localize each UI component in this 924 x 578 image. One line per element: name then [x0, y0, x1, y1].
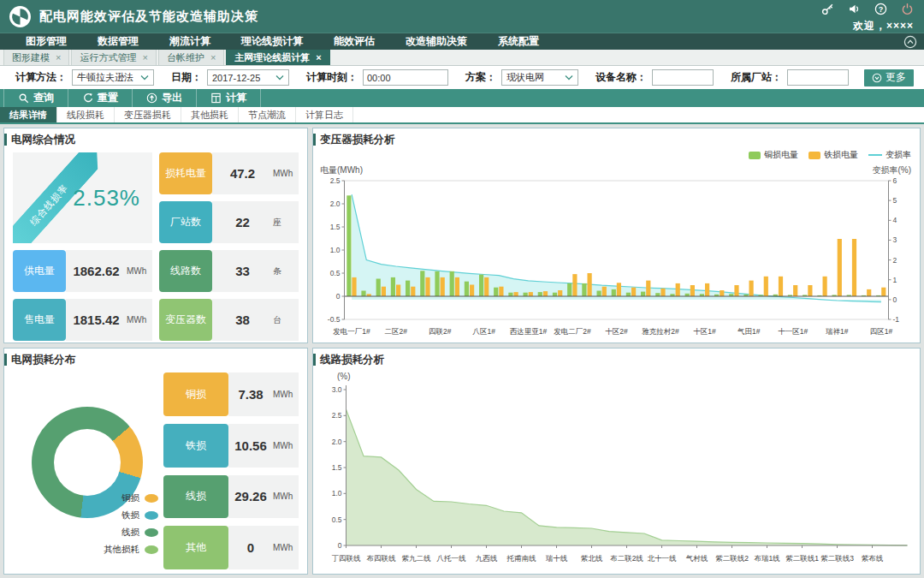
svg-text:紫二联线2: 紫二联线2: [715, 554, 749, 563]
chevron-down-icon: [275, 74, 284, 80]
svg-text:1.5: 1.5: [330, 223, 341, 231]
svg-text:北十一线: 北十一线: [648, 554, 678, 563]
svg-text:0: 0: [336, 292, 341, 301]
subtab-result-detail[interactable]: 结果详情: [0, 107, 57, 122]
app-logo: [9, 5, 32, 28]
y-axis-left-caption: 电量(MWh): [320, 164, 363, 176]
subtab-other-loss[interactable]: 其他损耗: [181, 107, 239, 122]
query-button[interactable]: 查询: [3, 89, 68, 107]
calculate-button[interactable]: 计算: [196, 89, 261, 107]
subtab-node-powerflow[interactable]: 节点潮流: [239, 107, 296, 122]
y-axis-caption: (%): [337, 372, 351, 381]
tab-main-grid-lineloss[interactable]: 主网理论线损计算×: [226, 49, 329, 65]
scheme-select[interactable]: 现状电网: [501, 69, 578, 86]
svg-text:布四联线: 布四联线: [367, 554, 397, 563]
svg-text:1.0: 1.0: [332, 489, 342, 498]
title-accent: [313, 134, 316, 146]
line-loss-chart: 00.51.01.52.02.53.0丁四联线布四联线紫九二线八托一线九西线托甫…: [313, 381, 920, 566]
circle-chevron-down-icon: [872, 73, 882, 83]
svg-text:2.0: 2.0: [330, 200, 341, 208]
menu-item-retrofit[interactable]: 改造辅助决策: [406, 34, 467, 49]
svg-text:紫二联线1: 紫二联线1: [785, 554, 819, 563]
close-icon[interactable]: ×: [56, 53, 61, 63]
scheme-label: 方案：: [465, 70, 496, 85]
svg-text:二区2#: 二区2#: [384, 327, 407, 336]
menu-item-data[interactable]: 数据管理: [98, 34, 139, 49]
svg-text:紫布线: 紫布线: [862, 554, 884, 563]
svg-text:八托一线: 八托一线: [436, 554, 467, 563]
tab-graphic-modeling[interactable]: 图形建模×: [3, 49, 69, 65]
legend-iron[interactable]: 铁损: [104, 509, 158, 521]
metric-card-lines: 线路数 33条: [159, 250, 299, 292]
svg-text:瑞祥1#: 瑞祥1#: [826, 327, 849, 336]
menu-item-graphics[interactable]: 图形管理: [26, 34, 67, 49]
metric-card-copper-loss: 铜损 7.38MWh: [163, 372, 299, 416]
close-icon[interactable]: ×: [316, 53, 321, 63]
legend-line[interactable]: 线损: [104, 527, 158, 539]
calc-time-input[interactable]: [363, 69, 448, 86]
calculator-icon: [210, 92, 222, 104]
reset-button[interactable]: 重置: [68, 89, 132, 107]
menu-item-lineloss[interactable]: 理论线损计算: [241, 34, 303, 49]
svg-text:6: 6: [893, 176, 897, 185]
metric-card-sale: 售电量 1815.42MWh: [13, 299, 152, 341]
close-icon[interactable]: ×: [210, 53, 216, 63]
svg-text:西达里亚1#: 西达里亚1#: [510, 327, 548, 336]
help-icon[interactable]: ?: [874, 3, 887, 15]
title-accent: [4, 134, 7, 146]
svg-text:0.5: 0.5: [330, 269, 341, 277]
legend-copper[interactable]: 铜损: [104, 492, 158, 504]
more-button[interactable]: 更多: [864, 69, 914, 86]
legend-copper-loss[interactable]: 铜损电量: [749, 149, 798, 161]
panel-title: 线路损耗分析: [320, 353, 384, 367]
panel-grid-overview: 电网综合情况 综合线损率 2.53% 供电量 1862.62MWh 售电量 18…: [3, 128, 308, 343]
power-icon[interactable]: [901, 3, 914, 15]
overall-lossrate-card: 综合线损率 2.53%: [13, 152, 152, 243]
svg-text:十区2#: 十区2#: [605, 327, 628, 336]
svg-text:2.5: 2.5: [330, 176, 341, 185]
tab-ledger-maintenance[interactable]: 台帐维护×: [158, 49, 224, 65]
dashboard-content: 电网综合情况 综合线损率 2.53% 供电量 1862.62MWh 售电量 18…: [0, 124, 924, 578]
export-button[interactable]: 导出: [132, 89, 196, 107]
donut-hole: [54, 429, 121, 496]
subtab-transformer-loss[interactable]: 变压器损耗: [115, 107, 181, 122]
panel-loss-distribution: 电网损耗分布 铜损 铁损 线损 其他损耗 铜损 7.38MWh: [3, 348, 308, 575]
refresh-icon: [82, 92, 93, 104]
main-menubar: 图形管理 数据管理 潮流计算 理论线损计算 能效评估 改造辅助决策 系统配置: [0, 33, 924, 50]
collapse-up-icon[interactable]: [903, 35, 917, 49]
svg-text:0.5: 0.5: [332, 515, 342, 524]
overall-lossrate-value: 2.53%: [73, 185, 140, 212]
metric-card-iron-loss: 铁损 10.56MWh: [163, 424, 299, 468]
circle-arrow-up-icon: [146, 92, 157, 104]
legend-other[interactable]: 其他损耗: [104, 544, 158, 556]
speaker-icon[interactable]: [848, 3, 861, 15]
filter-bar: 计算方法： 牛顿拉夫逊法 日期： 2017-12-25 计算时刻： 方案： 现状…: [0, 66, 924, 89]
date-label: 日期：: [171, 70, 202, 85]
svg-text:气田1#: 气田1#: [737, 327, 761, 336]
svg-text:紫北线: 紫北线: [581, 554, 603, 563]
legend-iron-loss[interactable]: 铁损电量: [808, 149, 858, 161]
page-title: 配电网能效评估及节能改造辅助决策: [39, 9, 258, 25]
close-icon[interactable]: ×: [142, 53, 147, 63]
transformer-chart-legend: 铜损电量 铁损电量 变损率: [749, 149, 911, 161]
tab-operation-mode[interactable]: 运行方式管理×: [71, 49, 156, 65]
svg-text:瑞十线: 瑞十线: [546, 554, 568, 563]
panel-title: 电网综合情况: [11, 133, 75, 147]
svg-text:2: 2: [893, 256, 897, 265]
station-input[interactable]: [787, 69, 849, 86]
svg-text:3.0: 3.0: [332, 385, 342, 394]
menu-item-system[interactable]: 系统配置: [498, 34, 539, 49]
calc-method-select[interactable]: 牛顿拉夫逊法: [72, 69, 154, 86]
subtab-segment-loss[interactable]: 线段损耗: [57, 107, 115, 122]
subtab-calc-log[interactable]: 计算日志: [296, 107, 353, 122]
menu-item-efficiency[interactable]: 能效评估: [334, 34, 375, 49]
key-icon[interactable]: [821, 3, 834, 15]
legend-loss-rate[interactable]: 变损率: [868, 149, 911, 161]
menu-item-powerflow[interactable]: 潮流计算: [169, 34, 210, 49]
panel-title: 变压器损耗分析: [320, 133, 395, 147]
device-name-input[interactable]: [652, 69, 714, 86]
date-select[interactable]: 2017-12-25: [207, 69, 289, 86]
metric-card-supply: 供电量 1862.62MWh: [13, 250, 152, 292]
svg-text:5: 5: [893, 196, 897, 205]
svg-text:十区1#: 十区1#: [693, 327, 716, 336]
